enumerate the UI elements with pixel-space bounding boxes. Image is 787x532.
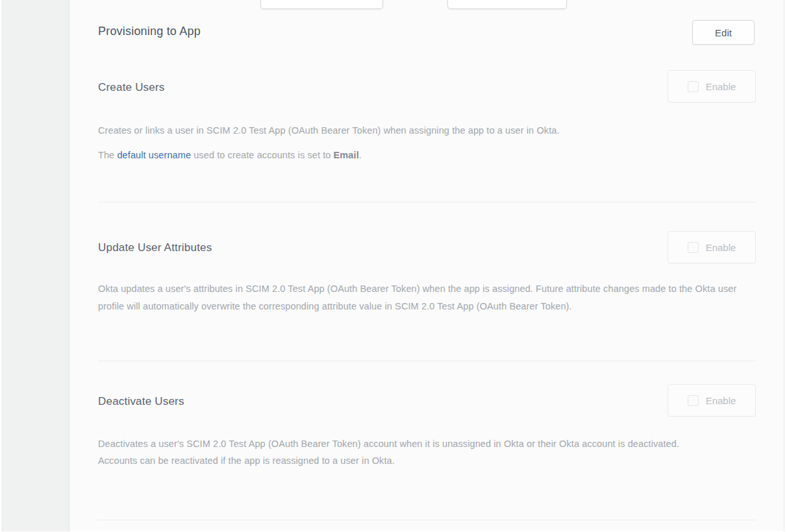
update-user-attributes-description: Okta updates a user's attributes in SCIM… (98, 280, 758, 315)
window-left-edge (0, 0, 1, 532)
enable-toggle-deactivate-users[interactable]: Enable (668, 384, 756, 417)
sidebar (0, 0, 69, 531)
note-suffix: . (359, 150, 362, 160)
page-title: Provisioning to App (98, 25, 201, 38)
default-username-link[interactable]: default username (117, 150, 191, 160)
enable-checkbox-create-users[interactable] (688, 81, 699, 92)
enable-label: Enable (706, 81, 736, 92)
enable-label: Enable (706, 242, 736, 253)
enable-label: Enable (706, 395, 736, 406)
note-prefix: The (98, 150, 117, 160)
section-title-create-users: Create Users (98, 81, 165, 94)
section-title-deactivate-users: Deactivate Users (98, 395, 184, 408)
section-title-update-user-attributes: Update User Attributes (98, 241, 212, 254)
cutoff-input-1[interactable] (260, 0, 383, 9)
create-users-note: The default username used to create acco… (98, 147, 747, 163)
section-divider (98, 520, 756, 520)
enable-checkbox-update-user-attributes[interactable] (688, 242, 699, 253)
enable-toggle-create-users[interactable]: Enable (668, 70, 756, 103)
note-middle: used to create accounts is set to (191, 150, 334, 160)
enable-checkbox-deactivate-users[interactable] (688, 395, 699, 406)
cutoff-input-2[interactable] (447, 0, 567, 9)
section-divider (98, 202, 756, 202)
section-divider (98, 361, 756, 361)
edit-button[interactable]: Edit (692, 20, 755, 45)
create-users-description: Creates or links a user in SCIM 2.0 Test… (98, 122, 747, 139)
enable-toggle-update-user-attributes[interactable]: Enable (668, 231, 756, 263)
note-email-value: Email (334, 150, 359, 160)
main-panel: Provisioning to App Edit Create Users En… (69, 0, 784, 531)
deactivate-users-description: Deactivates a user's SCIM 2.0 Test App (… (98, 435, 712, 469)
